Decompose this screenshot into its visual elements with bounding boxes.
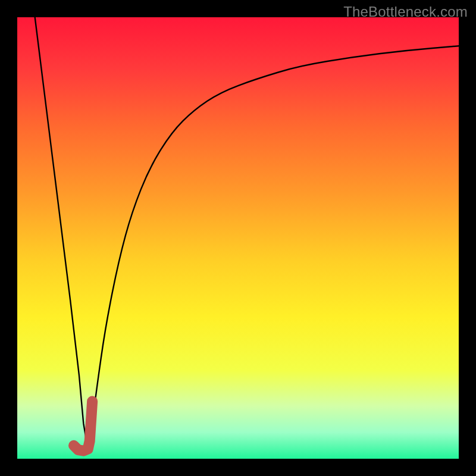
gradient-background bbox=[17, 17, 459, 459]
chart-frame: TheBottleneck.com bbox=[0, 0, 476, 476]
chart-svg bbox=[17, 17, 459, 459]
plot-area bbox=[17, 17, 459, 459]
watermark-text: TheBottleneck.com bbox=[343, 4, 468, 20]
